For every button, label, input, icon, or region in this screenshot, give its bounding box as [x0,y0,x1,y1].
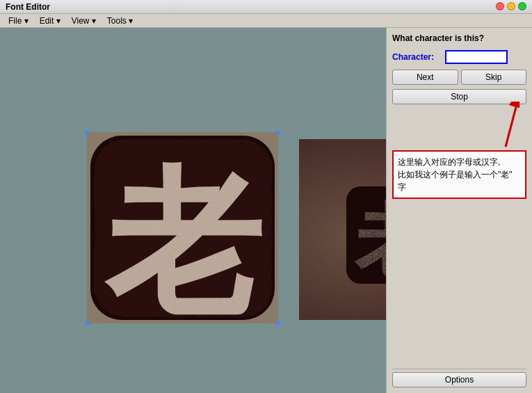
partial-character: 老 [299,139,386,320]
character-label: Character: [392,52,441,62]
menu-edit[interactable]: Edit ▾ [34,15,66,27]
canvas-area[interactable]: 老 [0,28,386,393]
main-container: 老 [0,28,532,393]
menu-view[interactable]: View ▾ [66,15,102,27]
next-button[interactable]: Next [392,70,458,85]
menu-bar: File ▾ Edit ▾ View ▾ Tools ▾ [0,14,532,28]
window-controls [496,2,526,10]
minimize-button[interactable] [507,2,515,10]
character-svg: 老 [87,132,278,323]
character-field-row: Character: [392,50,526,64]
spacer [392,203,526,364]
maximize-button[interactable] [518,2,526,10]
annotation-text: 这里输入对应的字母或汉字,比如我这个例子是输入一个"老"字 [398,157,513,192]
character-input[interactable] [445,50,508,64]
menu-file[interactable]: File ▾ [3,15,34,27]
menu-tools[interactable]: Tools ▾ [102,15,138,27]
right-panel: What character is this? Character: Next … [386,28,532,393]
panel-question: What character is this? [392,33,526,43]
svg-text:老: 老 [353,197,386,287]
options-area: Options [392,369,526,387]
next-skip-row: Next Skip [392,70,526,85]
app-title: Font Editor [6,2,50,12]
character-background: 老 [87,132,278,323]
arrow-container [392,102,526,143]
character-display[interactable]: 老 [87,132,278,323]
title-bar: Font Editor [0,0,532,14]
svg-line-6 [506,107,516,147]
skip-button[interactable]: Skip [461,70,527,85]
options-button[interactable]: Options [392,372,526,387]
svg-text:老: 老 [104,158,262,323]
annotation-box: 这里输入对应的字母或汉字,比如我这个例子是输入一个"老"字 [392,150,526,199]
close-button[interactable] [496,2,504,10]
red-arrow-icon [464,102,519,150]
